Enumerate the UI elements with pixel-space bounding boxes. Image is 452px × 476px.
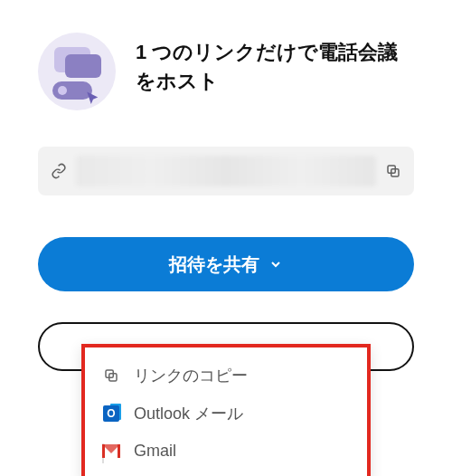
- menu-item-label: Gmail: [134, 442, 176, 461]
- cursor-icon: [85, 90, 101, 107]
- menu-item-copy-link[interactable]: リンクのコピー: [85, 357, 367, 395]
- gmail-icon: [101, 441, 121, 461]
- copy-icon: [101, 366, 121, 386]
- chevron-down-icon: [268, 257, 283, 271]
- menu-item-gmail[interactable]: Gmail: [85, 433, 367, 469]
- outlook-icon: O: [101, 404, 121, 424]
- share-menu: リンクのコピー O Outlook メール Gmail: [81, 344, 371, 476]
- page-title: 1 つのリンクだけで電話会議をホスト: [136, 33, 414, 96]
- menu-item-label: Outlook メール: [134, 403, 243, 424]
- copy-icon[interactable]: [385, 163, 401, 179]
- share-invite-button[interactable]: 招待を共有: [38, 237, 414, 291]
- menu-item-outlook[interactable]: O Outlook メール: [85, 395, 367, 433]
- share-invite-label: 招待を共有: [169, 252, 259, 277]
- menu-item-label: リンクのコピー: [134, 365, 248, 386]
- link-icon: [51, 163, 67, 179]
- meeting-link-field[interactable]: [38, 147, 414, 195]
- meeting-link-value: [76, 156, 376, 186]
- meeting-illustration: [38, 33, 116, 110]
- header: 1 つのリンクだけで電話会議をホスト: [38, 33, 414, 110]
